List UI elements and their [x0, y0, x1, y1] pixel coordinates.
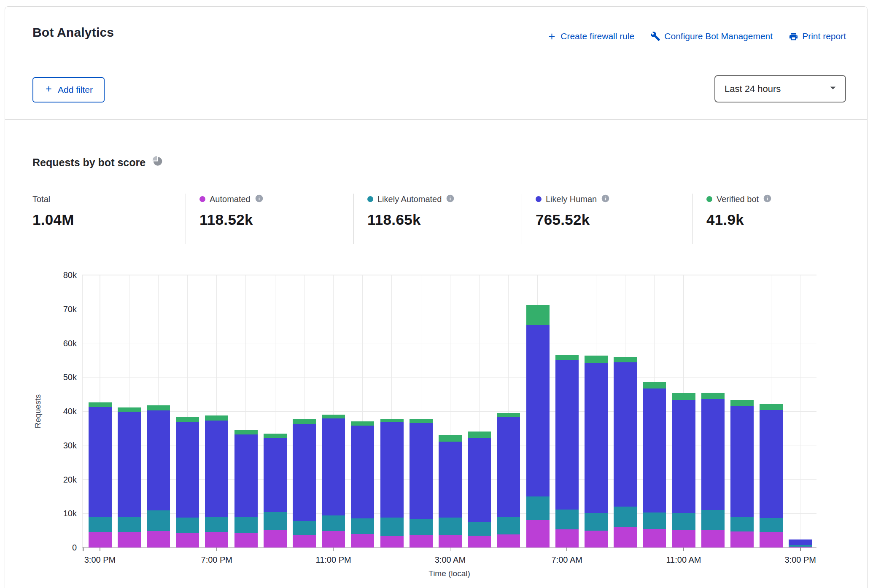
verified-bot-dot: [706, 196, 712, 202]
printer-icon: [789, 32, 798, 41]
time-range-select[interactable]: Last 24 hours: [714, 75, 846, 102]
svg-text:3:00 AM: 3:00 AM: [435, 555, 466, 564]
stat-automated: Automated 118.52k: [199, 194, 264, 228]
svg-text:30k: 30k: [63, 441, 77, 450]
create-firewall-rule-link[interactable]: Create firewall rule: [547, 31, 634, 41]
header-actions: Create firewall rule Configure Bot Manag…: [547, 31, 846, 41]
likely-automated-dot: [367, 196, 373, 202]
info-icon[interactable]: [763, 194, 772, 205]
stat-likely-human: Likely Human 765.52k: [536, 194, 610, 228]
svg-text:40k: 40k: [63, 407, 77, 416]
svg-text:70k: 70k: [63, 305, 77, 314]
svg-text:3:00 PM: 3:00 PM: [84, 555, 116, 564]
svg-text:11:00 PM: 11:00 PM: [316, 555, 351, 564]
svg-text:3:00 PM: 3:00 PM: [785, 555, 816, 564]
svg-text:20k: 20k: [63, 475, 77, 484]
bot-analytics-card: 010k20k30k40k50k60k70k80k3:00 PM7:00 PM1…: [5, 6, 868, 588]
automated-dot: [199, 196, 205, 202]
print-report-link[interactable]: Print report: [789, 31, 846, 41]
svg-text:7:00 AM: 7:00 AM: [552, 555, 582, 564]
svg-text:11:00 AM: 11:00 AM: [666, 555, 701, 564]
stat-total-value: 1.04M: [32, 211, 74, 228]
wrench-icon: [650, 31, 660, 41]
plus-icon: [44, 84, 53, 95]
time-range-value: Last 24 hours: [725, 84, 781, 94]
svg-text:0: 0: [72, 543, 77, 552]
svg-text:60k: 60k: [63, 339, 77, 348]
stat-divider: [692, 194, 693, 244]
svg-text:Requests: Requests: [33, 394, 42, 428]
stat-divider: [186, 194, 186, 244]
section-title: Requests by bot score: [32, 156, 163, 169]
page-title: Bot Analytics: [32, 25, 114, 40]
stat-divider: [522, 194, 522, 244]
stat-total: Total 1.04M: [32, 194, 74, 228]
info-icon[interactable]: [446, 194, 455, 205]
stat-likely-human-value: 765.52k: [536, 211, 610, 228]
plus-icon: [547, 32, 557, 41]
svg-text:50k: 50k: [63, 372, 77, 382]
stat-verified-bot-value: 41.9k: [706, 211, 772, 228]
svg-text:80k: 80k: [63, 270, 77, 280]
svg-text:10k: 10k: [63, 509, 77, 518]
stat-divider: [353, 194, 354, 244]
likely-human-dot: [536, 196, 542, 202]
info-icon[interactable]: [255, 194, 264, 205]
header-divider: [5, 119, 867, 120]
svg-text:Time (local): Time (local): [428, 569, 470, 578]
add-filter-button[interactable]: Add filter: [32, 77, 105, 102]
stat-verified-bot: Verified bot 41.9k: [706, 194, 772, 228]
pie-chart-icon: [152, 156, 163, 169]
configure-bot-management-link[interactable]: Configure Bot Management: [650, 31, 773, 41]
stat-likely-automated-value: 118.65k: [367, 211, 455, 228]
info-icon[interactable]: [601, 194, 610, 205]
chevron-down-icon: [827, 81, 839, 97]
svg-text:7:00 PM: 7:00 PM: [201, 555, 232, 564]
stat-automated-value: 118.52k: [199, 211, 264, 228]
stat-likely-automated: Likely Automated 118.65k: [367, 194, 455, 228]
